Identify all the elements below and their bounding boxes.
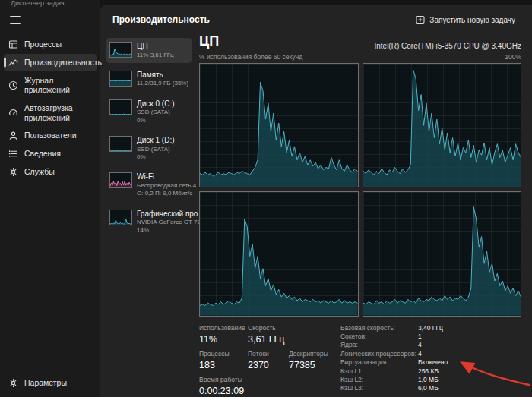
cpu-stats-primary: Использование 11% Скорость 3,61 ГГц Проц…: [199, 324, 328, 396]
hamburger-menu-button[interactable]: [10, 14, 21, 27]
perf-item-detail: 11% 3,61 ГГц: [137, 52, 174, 59]
cpu-detail-row: Виртуализация:Включено: [340, 358, 448, 367]
details-icon: [8, 149, 18, 159]
stat-speed: Скорость 3,61 ГГц: [248, 324, 328, 345]
detail-label: Кэш L3:: [340, 384, 418, 392]
sidebar-item-label: Автозагрузка приложений: [24, 103, 92, 122]
sidebar-item-label: Сведения: [24, 149, 61, 159]
cpu-detail-row: Кэш L3:6,0 МБ: [340, 384, 448, 392]
stat-label: Потоки: [248, 350, 284, 358]
run-new-task-button[interactable]: Запустить новую задачу: [411, 12, 520, 27]
stat-threads: Потоки 2370: [248, 350, 284, 370]
cpu-detail-row: Базовая скорость:3,40 ГГц: [340, 324, 448, 332]
sidebar-item-settings[interactable]: Параметры: [4, 374, 97, 392]
stat-uptime: Время работы 0:00:23:09: [199, 376, 328, 396]
sidebar-item-processes[interactable]: Процессы: [4, 36, 97, 53]
perf-item-detail: 0%: [137, 117, 175, 124]
perf-item-name: ЦП: [137, 42, 174, 52]
stat-label: Использование: [199, 324, 243, 332]
cpu-detail-row: Логических процессоров:4: [340, 350, 448, 358]
mini-graph: [109, 172, 132, 188]
cpu-core-graph-3[interactable]: [199, 191, 359, 317]
sidebar-nav: ПроцессыПроизводительностьЖурнал приложе…: [0, 36, 100, 181]
stat-value: 183: [199, 360, 243, 370]
performance-icon: [8, 58, 18, 68]
cpu-detail-panel: ЦП Intel(R) Core(TM) i5-3570 CPU @ 3.40G…: [198, 32, 523, 397]
sidebar-item-label: Журнал приложений: [24, 76, 92, 95]
detail-value: 1: [418, 332, 422, 341]
perf-item-detail: 11,2/31,9 ГБ (35%): [137, 80, 188, 87]
sidebar-item-users[interactable]: Пользователи: [4, 127, 97, 144]
sidebar-item-label: Производительность: [24, 58, 102, 68]
mini-graph: [109, 71, 132, 87]
sidebar-bottom: Параметры: [0, 373, 100, 392]
sidebar-item-app-history[interactable]: Журнал приложений: [4, 72, 97, 99]
cpu-core-graph-2[interactable]: [363, 63, 522, 188]
mini-graph: [109, 136, 132, 152]
perf-list-item-disk0[interactable]: Диск 0 (C:)SSD (SATA)0%: [106, 96, 192, 128]
perf-item-detail: О: 0,2 П: 9,0 Мбит/с: [137, 190, 188, 197]
perf-item-name: Диск 0 (C:): [137, 99, 175, 109]
cpu-detail-row: Кэш L1:256 КБ: [340, 367, 448, 376]
stat-label: Скорость: [248, 324, 328, 332]
detail-value: 256 КБ: [418, 367, 439, 376]
page-title: Производительность: [112, 14, 210, 25]
cpu-stats-secondary: Базовая скорость:3,40 ГГцСокетов:1Ядра:4…: [340, 324, 448, 393]
history-icon: [8, 80, 18, 90]
mini-graph: [109, 210, 132, 225]
detail-label: Базовая скорость:: [340, 324, 418, 332]
detail-value: 1,0 МБ: [418, 376, 439, 384]
stat-value: 2370: [248, 360, 284, 370]
stat-label: Дескрипторы: [289, 350, 328, 358]
sidebar-item-label: Пользователи: [24, 131, 77, 140]
detail-label: Ядра:: [340, 341, 418, 349]
cpu-core-graph-1[interactable]: [199, 63, 359, 188]
detail-value: 3,40 ГГц: [418, 324, 443, 332]
stat-value: 0:00:23:09: [199, 386, 328, 396]
sidebar-item-label: Параметры: [24, 378, 67, 388]
chart-max-label: 100%: [505, 53, 521, 61]
mini-graph: [109, 99, 132, 115]
detail-label: Логических процессоров:: [340, 350, 418, 358]
perf-list-item-cpu[interactable]: ЦП11% 3,61 ГГц: [106, 38, 192, 63]
perf-item-name: Графический про: [137, 210, 188, 219]
cpu-stats: Использование 11% Скорость 3,61 ГГц Проц…: [198, 317, 523, 396]
sidebar: Диспетчер задач ПроцессыПроизводительнос…: [0, 0, 100, 397]
task-manager-window: Диспетчер задач ПроцессыПроизводительнос…: [0, 0, 532, 397]
cpu-core-graphs: [199, 63, 521, 317]
sidebar-item-startup[interactable]: Автозагрузка приложений: [4, 99, 97, 126]
app-title: Диспетчер задач: [11, 0, 100, 7]
detail-label: Кэш L1:: [340, 367, 418, 376]
detail-label: Виртуализация:: [340, 358, 418, 367]
stat-value: 11%: [199, 334, 243, 345]
perf-item-name: Диск 1 (D:): [137, 136, 175, 146]
cpu-core-graph-4[interactable]: [363, 191, 522, 317]
perf-list-item-disk1[interactable]: Диск 1 (D:)SSD (SATA)0%: [106, 132, 192, 165]
perf-list-item-memory[interactable]: Память11,2/31,9 ГБ (35%): [106, 67, 192, 92]
sidebar-item-services[interactable]: Службы: [4, 163, 97, 181]
perf-item-detail: NVIDIA GeForce GT 720: [137, 219, 188, 226]
stat-label: Время работы: [199, 376, 328, 383]
sidebar-item-performance[interactable]: Производительность: [4, 54, 97, 71]
perf-list-item-wifi[interactable]: Wi-FiБеспроводная сеть 4О: 0,2 П: 9,0 Мб…: [106, 169, 192, 201]
chart-axis-label: % использования более 60 секунд: [199, 53, 302, 61]
sidebar-item-details[interactable]: Сведения: [4, 145, 97, 162]
cpu-title: ЦП: [199, 33, 219, 50]
stat-usage: Использование 11%: [199, 324, 243, 345]
run-new-task-icon: [416, 15, 425, 24]
detail-label: Сокетов:: [340, 332, 418, 341]
detail-value: Включено: [418, 358, 448, 367]
perf-item-detail: Беспроводная сеть 4: [137, 182, 188, 190]
perf-item-detail: SSD (SATA): [137, 109, 175, 116]
users-icon: [8, 131, 18, 140]
perf-item-detail: SSD (SATA): [137, 146, 175, 153]
stat-processes: Процессы 183: [199, 350, 243, 370]
cpu-detail-row: Кэш L2:1,0 МБ: [340, 376, 448, 384]
detail-value: 4: [418, 341, 422, 349]
run-new-task-label: Запустить новую задачу: [429, 16, 515, 24]
startup-icon: [8, 108, 18, 118]
perf-list-item-gpu[interactable]: Графический проNVIDIA GeForce GT 72014%: [106, 206, 192, 238]
detail-label: Кэш L2:: [340, 376, 418, 384]
detail-value: 6,0 МБ: [418, 384, 439, 392]
settings-icon: [8, 378, 18, 388]
